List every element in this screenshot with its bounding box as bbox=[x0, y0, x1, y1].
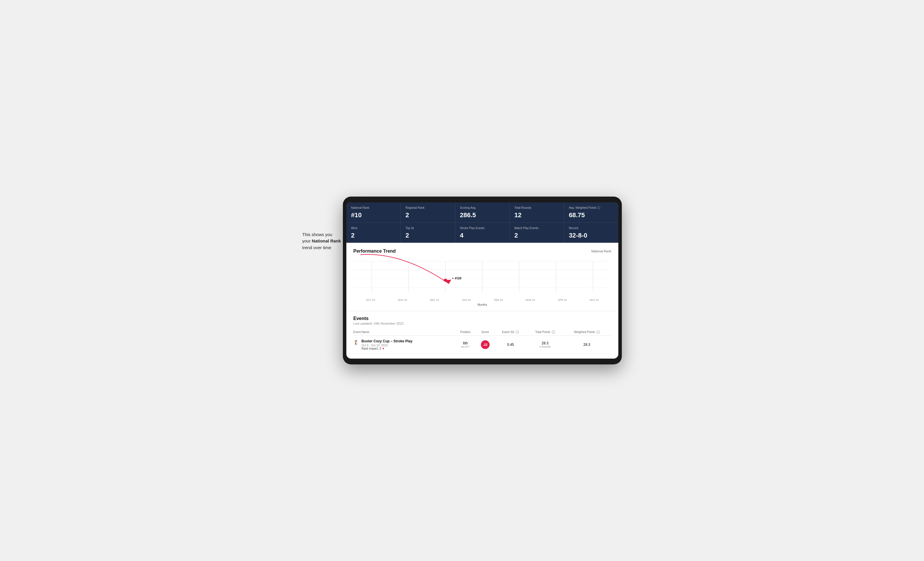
stat-wins-label: Wins bbox=[351, 226, 396, 230]
x-label-apr24: APR 24 bbox=[546, 299, 578, 301]
x-label-nov23: NOV 23 bbox=[387, 299, 418, 301]
stat-top3s-value: 2 bbox=[405, 232, 450, 239]
col-weighted-points: Weighted Points i bbox=[565, 329, 611, 336]
rank-impact-text: Rank Impact: 3 bbox=[362, 347, 381, 350]
event-details: Buster Cozy Cup – Stroke Play Oct 9 - Oc… bbox=[362, 339, 412, 350]
total-rounds: 3 Rounds bbox=[528, 345, 562, 348]
event-total-points: 28.3 3 Rounds bbox=[528, 336, 565, 354]
stat-total-rounds-value: 12 bbox=[514, 211, 559, 219]
stats-header: National Rank #10 Regional Rank 2 Scorin… bbox=[346, 202, 618, 243]
stats-row-2: Wins 2 Top 3s 2 Stroke Play Events 4 Mat… bbox=[346, 223, 618, 243]
event-golf-icon: 🏌️ bbox=[353, 340, 359, 345]
col-position: Position bbox=[456, 329, 477, 336]
col-score: Score bbox=[477, 329, 495, 336]
stats-row-1: National Rank #10 Regional Rank 2 Scorin… bbox=[346, 202, 618, 223]
stat-match-play-label: Match Play Events bbox=[514, 226, 559, 230]
col-event-sg: Event SG i bbox=[496, 329, 528, 336]
x-label-feb24: FEB 24 bbox=[482, 299, 514, 301]
tablet-screen: National Rank #10 Regional Rank 2 Scorin… bbox=[346, 202, 618, 359]
stat-record-value: 32-8-0 bbox=[569, 232, 614, 239]
event-rank-impact: Rank Impact: 3 ▼ bbox=[362, 347, 412, 350]
perf-label: National Rank bbox=[591, 250, 611, 253]
stat-national-rank-value: #10 bbox=[351, 211, 396, 219]
x-label-may24: MAY 24 bbox=[578, 299, 610, 301]
x-label-oct23: OCT 23 bbox=[354, 299, 387, 301]
events-subtitle: Last updated: 24th November 2023 bbox=[353, 322, 611, 325]
col-total-points: Total Points i bbox=[528, 329, 565, 336]
event-position: 6th out of 7 bbox=[456, 336, 477, 354]
chart-x-axis: OCT 23 NOV 23 DEC 23 JAN 24 FEB 24 MAR 2… bbox=[353, 299, 611, 301]
x-label-mar24: MAR 24 bbox=[514, 299, 546, 301]
events-section: Events Last updated: 24th November 2023 … bbox=[346, 311, 618, 359]
chart-x-title: Months bbox=[353, 303, 611, 306]
rank-impact-arrow-icon: ▼ bbox=[382, 347, 385, 350]
events-table: Event Name Position Score Event SG i Tot… bbox=[353, 329, 611, 354]
event-weighted-points: 28.3 bbox=[565, 336, 611, 354]
stat-top3s-label: Top 3s bbox=[405, 226, 450, 230]
stat-record: Record 32-8-0 bbox=[564, 223, 618, 243]
event-name-cell: 🏌️ Buster Cozy Cup – Stroke Play Oct 9 -… bbox=[353, 336, 456, 354]
stat-scoring-avg: Scoring Avg. 286.5 bbox=[455, 202, 510, 223]
table-row: 🏌️ Buster Cozy Cup – Stroke Play Oct 9 -… bbox=[353, 336, 611, 354]
stat-stroke-play: Stroke Play Events 4 bbox=[455, 223, 510, 243]
stat-record-label: Record bbox=[569, 226, 614, 230]
tablet: National Rank #10 Regional Rank 2 Scorin… bbox=[343, 197, 622, 365]
event-name: Buster Cozy Cup – Stroke Play bbox=[362, 339, 412, 343]
stat-match-play: Match Play Events 2 bbox=[510, 223, 564, 243]
stat-regional-rank-label: Regional Rank bbox=[405, 206, 450, 209]
stat-avg-weighted-label: Avg. Weighted Points ⓘ bbox=[569, 206, 614, 209]
stat-total-rounds: Total Rounds 12 bbox=[510, 202, 564, 223]
stat-avg-weighted: Avg. Weighted Points ⓘ 68.75 bbox=[564, 202, 618, 223]
score-badge: -22 bbox=[481, 340, 490, 349]
stat-avg-weighted-value: 68.75 bbox=[569, 211, 614, 219]
stat-scoring-avg-value: 286.5 bbox=[460, 211, 505, 219]
annotation-line1: This shows you bbox=[302, 232, 332, 237]
events-table-header-row: Event Name Position Score Event SG i Tot… bbox=[353, 329, 611, 336]
chart-data-label: • #10 bbox=[452, 277, 461, 280]
events-title: Events bbox=[353, 316, 611, 321]
stat-total-rounds-label: Total Rounds bbox=[514, 206, 559, 209]
event-name-wrapper: 🏌️ Buster Cozy Cup – Stroke Play Oct 9 -… bbox=[353, 339, 454, 350]
performance-chart: • #10 bbox=[353, 259, 611, 296]
events-table-body: 🏌️ Buster Cozy Cup – Stroke Play Oct 9 -… bbox=[353, 336, 611, 354]
annotation: This shows you your National Rank trend … bbox=[302, 232, 360, 251]
stat-scoring-avg-label: Scoring Avg. bbox=[460, 206, 505, 209]
performance-section: Performance Trend National Rank bbox=[346, 243, 618, 311]
scene: This shows you your National Rank trend … bbox=[302, 197, 622, 365]
total-points-value: 28.3 bbox=[542, 341, 548, 345]
chart-container: • #10 bbox=[353, 259, 611, 296]
perf-header: Performance Trend National Rank bbox=[353, 248, 611, 254]
col-event-name: Event Name bbox=[353, 329, 456, 336]
info-icon-weighted: i bbox=[597, 331, 600, 334]
stat-regional-rank-value: 2 bbox=[405, 211, 450, 219]
position-sub: out of 7 bbox=[456, 345, 475, 348]
annotation-bold: National Rank bbox=[312, 238, 341, 243]
stat-stroke-play-value: 4 bbox=[460, 232, 505, 239]
stat-top3s: Top 3s 2 bbox=[401, 223, 455, 243]
chart-data-point bbox=[444, 279, 447, 282]
info-icon-sg: i bbox=[516, 331, 519, 334]
event-sg-value: 0.45 bbox=[496, 336, 528, 354]
event-date: Oct 9 - Oct 10, 2023 bbox=[362, 344, 412, 347]
stat-stroke-play-label: Stroke Play Events bbox=[460, 226, 505, 230]
event-score: -22 bbox=[477, 336, 495, 354]
events-table-head: Event Name Position Score Event SG i Tot… bbox=[353, 329, 611, 336]
x-label-jan24: JAN 24 bbox=[450, 299, 482, 301]
annotation-line3: trend over time bbox=[302, 245, 331, 250]
info-icon-total: i bbox=[552, 331, 555, 334]
stat-national-rank: National Rank #10 bbox=[346, 202, 401, 223]
stat-regional-rank: Regional Rank 2 bbox=[401, 202, 455, 223]
x-label-dec23: DEC 23 bbox=[418, 299, 450, 301]
stat-national-rank-label: National Rank bbox=[351, 206, 396, 209]
position-value: 6th bbox=[463, 341, 468, 345]
stat-match-play-value: 2 bbox=[514, 232, 559, 239]
